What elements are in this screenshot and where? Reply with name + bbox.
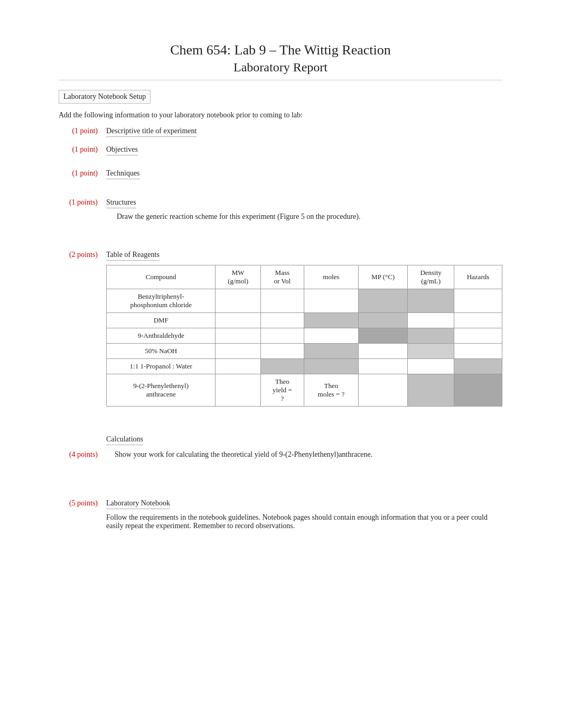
col-moles: moles [304, 265, 358, 289]
hazards-5 [454, 359, 502, 374]
mass-5 [260, 359, 304, 374]
calculations-section: Calculations (4 points) Show your work f… [59, 434, 502, 459]
table-row: Benzyltriphenyl-phosphonium chloride [107, 289, 502, 313]
calculations-text: Show your work for calculating the theor… [115, 450, 372, 458]
lab-notebook-points: (5 points) [59, 498, 106, 508]
mp-3 [359, 328, 408, 344]
calculations-points: (4 points) [59, 449, 106, 459]
mass-4 [260, 344, 304, 359]
notebook-setup-label: Laboratory Notebook Setup [59, 90, 151, 104]
item-3-content: Techniques [106, 168, 502, 179]
mass-1 [260, 289, 304, 313]
compound-5: 1:1 1-Propanol : Water [107, 359, 216, 374]
mass-3 [260, 328, 304, 344]
mp-5 [359, 359, 408, 374]
mp-6 [359, 374, 408, 407]
hazards-4 [454, 344, 502, 359]
density-5 [408, 359, 454, 374]
col-compound: Compound [107, 265, 216, 289]
moles-1 [304, 289, 358, 313]
mp-4 [359, 344, 408, 359]
moles-6: Theomoles = ? [304, 374, 358, 407]
mw-4 [216, 344, 260, 359]
col-mass-or-vol: Massor Vol [260, 265, 304, 289]
item-objectives: (1 point) Objectives [59, 144, 502, 155]
points-label-4: (1 points) [59, 197, 106, 207]
calculations-row: (4 points) Show your work for calculatin… [59, 449, 502, 459]
compound-2: DMF [107, 313, 216, 328]
points-label-2: (1 point) [59, 144, 106, 154]
lab-notebook-label: Laboratory Notebook [106, 499, 170, 509]
calculations-label: Calculations [106, 435, 143, 445]
col-mp: MP (°C) [359, 265, 408, 289]
descriptive-title-label: Descriptive title of experiment [106, 127, 197, 137]
table-content: Table of Reagents Compound MW(g/mol) Mas… [106, 250, 502, 407]
points-label-1: (1 point) [59, 126, 106, 135]
table-row: 9-(2-Phenylethenyl)anthracene Theoyield … [107, 374, 502, 407]
mw-2 [216, 313, 260, 328]
table-row: 9-Anthraldehyde [107, 328, 502, 344]
col-density: Density(g/mL) [408, 265, 454, 289]
mw-5 [216, 359, 260, 374]
structures-label: Structures [106, 198, 136, 208]
calculations-content: Show your work for calculating the theor… [106, 449, 502, 459]
table-row: 1:1 1-Propanol : Water [107, 359, 502, 374]
mass-2 [260, 313, 304, 328]
col-mw: MW(g/mol) [216, 265, 260, 289]
intro-text: Add the following information to your la… [59, 111, 502, 119]
density-1 [408, 289, 454, 313]
item-techniques: (1 point) Techniques [59, 168, 502, 179]
density-6 [408, 374, 454, 407]
hazards-1 [454, 289, 502, 313]
lab-notebook-content: Laboratory Notebook Follow the requireme… [106, 498, 502, 530]
density-2 [408, 313, 454, 328]
item-4-content: Structures Draw the generic reaction sch… [106, 197, 502, 221]
item-structures: (1 points) Structures Draw the generic r… [59, 197, 502, 221]
item-1-content: Descriptive title of experiment [106, 126, 502, 137]
moles-3 [304, 328, 358, 344]
techniques-label: Techniques [106, 169, 140, 179]
moles-5 [304, 359, 358, 374]
objectives-label: Objectives [106, 145, 138, 155]
hazards-2 [454, 313, 502, 328]
moles-4 [304, 344, 358, 359]
mw-6 [216, 374, 260, 407]
table-row: DMF [107, 313, 502, 328]
table-row: 50% NaOH [107, 344, 502, 359]
compound-3: 9-Anthraldehyde [107, 328, 216, 344]
mp-1 [359, 289, 408, 313]
notebook-setup-header: Laboratory Notebook Setup [59, 90, 502, 108]
page-container: Chem 654: Lab 9 – The Wittig Reaction La… [43, 21, 518, 548]
table-label: Table of Reagents [106, 251, 160, 261]
item-2-content: Objectives [106, 144, 502, 155]
density-3 [408, 328, 454, 344]
compound-6: 9-(2-Phenylethenyl)anthracene [107, 374, 216, 407]
hazards-3 [454, 328, 502, 344]
lab-notebook-text: Follow the requirements in the notebook … [106, 513, 502, 530]
mp-2 [359, 313, 408, 328]
calculations-label-area: Calculations [106, 434, 502, 445]
density-4 [408, 344, 454, 359]
table-of-reagents-row: (2 points) Table of Reagents Compound MW… [59, 250, 502, 407]
reagents-table: Compound MW(g/mol) Massor Vol moles MP (… [106, 265, 502, 407]
item-descriptive-title: (1 point) Descriptive title of experimen… [59, 126, 502, 137]
lab-notebook-row: (5 points) Laboratory Notebook Follow th… [59, 498, 502, 530]
structures-draw-text: Draw the generic reaction scheme for thi… [117, 213, 502, 221]
compound-1: Benzyltriphenyl-phosphonium chloride [107, 289, 216, 313]
main-title-line2: Laboratory Report [59, 60, 502, 80]
mass-6: Theoyield =? [260, 374, 304, 407]
col-hazards: Hazards [454, 265, 502, 289]
mw-1 [216, 289, 260, 313]
main-title-line1: Chem 654: Lab 9 – The Wittig Reaction [59, 42, 502, 58]
hazards-6 [454, 374, 502, 407]
points-label-3: (1 point) [59, 168, 106, 178]
compound-4: 50% NaOH [107, 344, 216, 359]
mw-3 [216, 328, 260, 344]
moles-2 [304, 313, 358, 328]
table-points-label: (2 points) [59, 250, 106, 259]
